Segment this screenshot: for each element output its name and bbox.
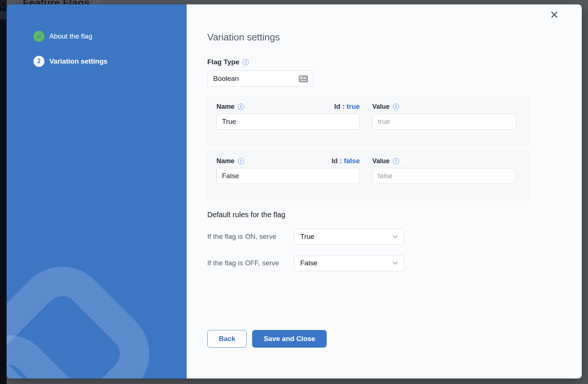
on-serve-select[interactable]: True xyxy=(294,229,404,245)
flag-type-label: Flag Type i xyxy=(207,58,582,66)
variation-name-input[interactable] xyxy=(216,114,360,130)
variation-card-true: Name i Id : true Value i xyxy=(207,96,529,146)
variation-value-input[interactable] xyxy=(372,114,516,130)
list-card-icon xyxy=(299,75,308,82)
info-icon[interactable]: i xyxy=(393,104,399,110)
default-rules-title: Default rules for the flag xyxy=(207,210,582,219)
step-number-badge: 2 xyxy=(33,56,44,67)
modal-footer: Back Save and Close xyxy=(207,330,582,348)
background-nav-highlight xyxy=(0,11,7,19)
info-icon[interactable]: i xyxy=(243,59,249,65)
brand-watermark-icon xyxy=(7,232,187,378)
chevron-down-icon xyxy=(392,262,398,265)
variation-card-false: Name i Id : false Value i xyxy=(207,151,529,200)
value-label: Value i xyxy=(372,103,399,111)
variation-name-input[interactable] xyxy=(216,168,360,184)
step-about-the-flag[interactable]: About the flag xyxy=(33,31,187,42)
step-variation-settings[interactable]: 2 Variation settings xyxy=(33,56,187,67)
flag-type-value: Boolean xyxy=(213,75,239,83)
background-logo-box xyxy=(1,0,6,7)
rule-row-on: If the flag is ON, serve True xyxy=(207,229,582,245)
panel-title: Variation settings xyxy=(207,32,582,43)
background-app-sidebar xyxy=(0,0,7,384)
info-icon[interactable]: i xyxy=(393,158,399,164)
step-label: About the flag xyxy=(49,32,92,40)
info-icon[interactable]: i xyxy=(238,158,244,164)
save-and-close-button[interactable]: Save and Close xyxy=(252,330,326,348)
back-button[interactable]: Back xyxy=(207,330,247,348)
rule-label: If the flag is ON, serve xyxy=(207,233,294,241)
rule-label: If the flag is OFF, serve xyxy=(207,259,294,267)
variation-value-input[interactable] xyxy=(372,168,516,184)
create-flag-modal: About the flag 2 Variation settings ✕ Va… xyxy=(7,4,582,378)
info-icon[interactable]: i xyxy=(238,104,244,110)
check-icon xyxy=(33,31,44,42)
value-label: Value i xyxy=(372,157,399,165)
variation-id: Id : true xyxy=(334,103,360,111)
wizard-sidebar: About the flag 2 Variation settings xyxy=(7,4,187,378)
chevron-down-icon xyxy=(392,235,398,238)
step-label: Variation settings xyxy=(49,57,107,65)
off-serve-value: False xyxy=(300,259,317,267)
name-label: Name i xyxy=(216,103,244,111)
name-label: Name i xyxy=(216,157,244,165)
on-serve-value: True xyxy=(300,233,314,241)
close-icon[interactable]: ✕ xyxy=(550,10,559,21)
variation-id: Id : false xyxy=(331,157,360,165)
rule-row-off: If the flag is OFF, serve False xyxy=(207,255,582,271)
variation-settings-panel: ✕ Variation settings Flag Type i Boolean xyxy=(187,4,582,378)
off-serve-select[interactable]: False xyxy=(294,255,404,271)
flag-type-select[interactable]: Boolean xyxy=(207,71,313,87)
